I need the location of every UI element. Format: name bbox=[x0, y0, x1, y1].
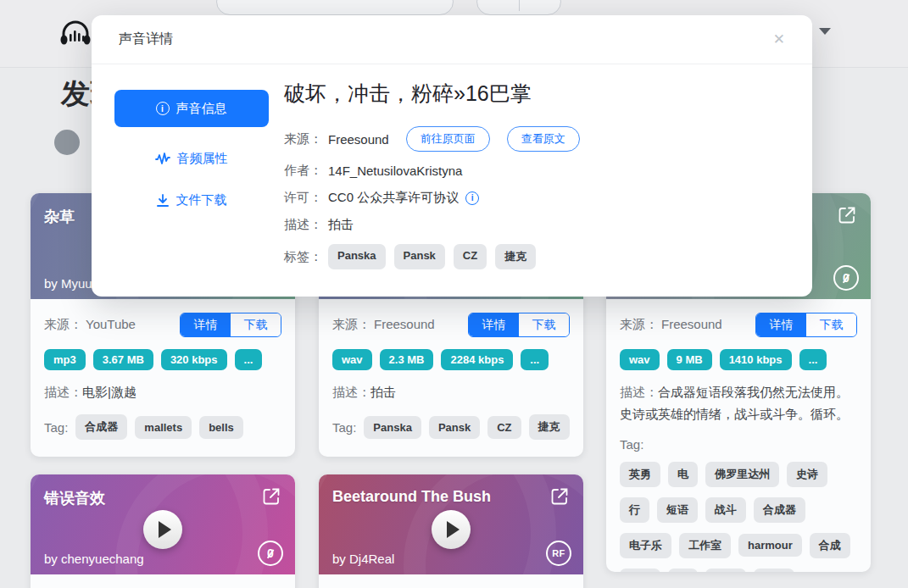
status-dot[interactable] bbox=[54, 130, 80, 155]
card-header[interactable]: 错误音效 by chenyuechang 0 bbox=[31, 474, 295, 574]
card-tags: Tag:英勇电佛罗里达州史诗行短语战斗合成器电子乐工作室harmour合成俄语铅… bbox=[620, 437, 857, 573]
external-link-icon[interactable] bbox=[837, 205, 857, 225]
sound-card: Beetaround The Bush by Dj4Real RF bbox=[319, 474, 583, 588]
format-badge[interactable]: 2.3 MB bbox=[380, 349, 434, 370]
nav-sound-info-tab[interactable]: i 声音信息 bbox=[114, 90, 269, 127]
card-title: Beetaround The Bush bbox=[332, 488, 570, 506]
tag-chip[interactable]: 史诗 bbox=[787, 462, 827, 487]
tag-chip[interactable]: 合成器 bbox=[75, 414, 127, 440]
author-row: 作者： 14F_NetusilovaKristyna bbox=[284, 163, 793, 179]
play-button[interactable] bbox=[143, 510, 182, 549]
tag-chip[interactable]: 佛罗里达州 bbox=[705, 462, 779, 487]
download-button[interactable]: 下载 bbox=[519, 313, 569, 336]
tags-row: 标签： PanskaPanskCZ捷克 bbox=[284, 244, 793, 269]
format-badges: mp33.67 MB320 kbps... bbox=[44, 349, 281, 370]
description-value: 拍击 bbox=[328, 217, 354, 233]
tag-chip[interactable]: 声音 bbox=[754, 569, 794, 573]
format-badge[interactable]: ... bbox=[521, 349, 549, 370]
card-description: 描述：电影|激越 bbox=[44, 381, 281, 403]
description-row: 描述： 拍击 bbox=[284, 217, 793, 233]
format-badge[interactable]: 1410 kbps bbox=[720, 349, 792, 370]
tag-chip[interactable]: 捷克 bbox=[529, 414, 570, 440]
card-author: by Myuu bbox=[44, 276, 92, 291]
download-icon bbox=[156, 194, 170, 208]
user-menu-caret-icon[interactable] bbox=[819, 28, 831, 35]
card-description: 描述：合成器短语段落我仍然无法使用。史诗或英雄的情绪，战斗或斗争。循环。 bbox=[620, 381, 857, 426]
tag-chip[interactable]: CZ bbox=[454, 244, 487, 269]
format-badge[interactable]: 320 kbps bbox=[161, 349, 227, 370]
format-badge[interactable]: ... bbox=[235, 349, 263, 370]
card-source: 来源：Freesound bbox=[332, 317, 435, 333]
tag-chip[interactable]: 电子乐 bbox=[620, 533, 671, 558]
goto-original-page-button[interactable]: 前往原页面 bbox=[406, 126, 490, 152]
detail-button[interactable]: 详情 bbox=[469, 313, 519, 336]
modal-title: 声音详情 bbox=[119, 31, 173, 48]
download-button[interactable]: 下载 bbox=[806, 313, 856, 336]
tag-chip[interactable]: harmour bbox=[738, 534, 802, 557]
external-link-icon[interactable] bbox=[261, 486, 281, 507]
tag-chip[interactable]: 工作室 bbox=[679, 533, 731, 558]
license-rf-icon[interactable]: RF bbox=[546, 541, 571, 566]
format-badge[interactable]: mp3 bbox=[44, 349, 86, 370]
search-input[interactable] bbox=[216, 0, 454, 15]
sound-title: 破坏，冲击，粉碎»16巴掌 bbox=[284, 80, 793, 108]
download-button[interactable]: 下载 bbox=[231, 313, 281, 336]
detail-button[interactable]: 详情 bbox=[181, 313, 231, 336]
format-badge[interactable]: ... bbox=[799, 349, 827, 370]
detail-button[interactable]: 详情 bbox=[756, 313, 806, 336]
tag-chip[interactable]: 狂野 bbox=[705, 569, 746, 573]
tag-chip[interactable]: CZ bbox=[487, 416, 521, 439]
topbar-toggle-group[interactable] bbox=[476, 0, 561, 15]
card-title: 错误音效 bbox=[44, 488, 281, 508]
license-info-icon[interactable]: i bbox=[465, 191, 479, 205]
format-badge[interactable]: 3.67 MB bbox=[93, 349, 153, 370]
tag-chip[interactable]: Panska bbox=[364, 416, 421, 439]
modal-nav: i 声音信息 音频属性 文件下载 bbox=[109, 90, 274, 234]
tag-chip[interactable]: 战斗 bbox=[705, 497, 746, 523]
external-link-icon[interactable] bbox=[549, 486, 570, 507]
license-row: 许可： CC0 公众共享许可协议 i bbox=[284, 190, 793, 206]
license-value: CC0 公众共享许可协议 bbox=[328, 190, 459, 206]
card-header[interactable]: Beetaround The Bush by Dj4Real RF bbox=[319, 474, 583, 574]
format-badge[interactable]: wav bbox=[332, 349, 372, 370]
tag-chip[interactable]: 铅 bbox=[668, 569, 698, 573]
format-badges: wav9 MB1410 kbps... bbox=[620, 349, 857, 370]
nav-audio-properties-tab[interactable]: 音频属性 bbox=[109, 151, 274, 167]
tag-chip[interactable]: 合成器 bbox=[754, 497, 805, 523]
tag-chip[interactable]: Panska bbox=[328, 244, 386, 269]
play-button[interactable] bbox=[432, 510, 471, 549]
tag-chip[interactable]: 捷克 bbox=[495, 244, 536, 269]
card-author: by Dj4Real bbox=[332, 552, 394, 566]
card-description: 描述：拍击 bbox=[332, 381, 570, 403]
card-source: 来源：Freesound bbox=[620, 317, 722, 333]
sound-card: 错误音效 by chenyuechang 0 bbox=[31, 474, 295, 588]
app-logo-headphones-icon[interactable] bbox=[56, 14, 95, 53]
detail-download-toggle: 详情 下载 bbox=[755, 313, 857, 337]
view-original-button[interactable]: 查看原文 bbox=[507, 126, 580, 152]
nav-file-download-tab[interactable]: 文件下载 bbox=[109, 192, 274, 208]
tag-chip[interactable]: 俄语 bbox=[620, 569, 660, 573]
modal-header: 声音详情 ✕ bbox=[92, 15, 812, 64]
divider bbox=[519, 0, 520, 11]
tag-chip[interactable]: 英勇 bbox=[620, 462, 660, 487]
tag-chip[interactable]: 电 bbox=[668, 462, 698, 487]
tag-chip[interactable]: bells bbox=[199, 416, 243, 439]
tag-chip[interactable]: mallets bbox=[135, 416, 192, 439]
close-icon[interactable]: ✕ bbox=[773, 32, 785, 47]
tag-chip[interactable]: Pansk bbox=[429, 416, 480, 439]
tag-chip[interactable]: Pansk bbox=[394, 244, 445, 269]
tag-chip[interactable]: 短语 bbox=[657, 497, 698, 523]
tag-chip[interactable]: 合成 bbox=[810, 533, 850, 558]
format-badge[interactable]: wav bbox=[620, 349, 660, 370]
card-body bbox=[31, 574, 295, 588]
format-badge[interactable]: 2284 kbps bbox=[441, 349, 513, 370]
tag-chip[interactable]: 行 bbox=[620, 497, 649, 523]
card-tags: Tag:合成器malletsbells bbox=[44, 414, 281, 440]
source-value: Freesound bbox=[328, 132, 389, 147]
license-cc0-icon[interactable]: 0 bbox=[258, 541, 283, 566]
card-author: by chenyuechang bbox=[44, 552, 144, 566]
card-body: 来源：YouTube 详情 下载 mp33.67 MB320 kbps... 描… bbox=[31, 299, 295, 453]
license-cc0-icon[interactable]: 0 bbox=[833, 265, 859, 291]
format-badge[interactable]: 9 MB bbox=[667, 349, 712, 370]
app: 发现 杂草 by Myuu 来源：YouTube 详情 下载 mp33.67 M… bbox=[0, 0, 908, 588]
